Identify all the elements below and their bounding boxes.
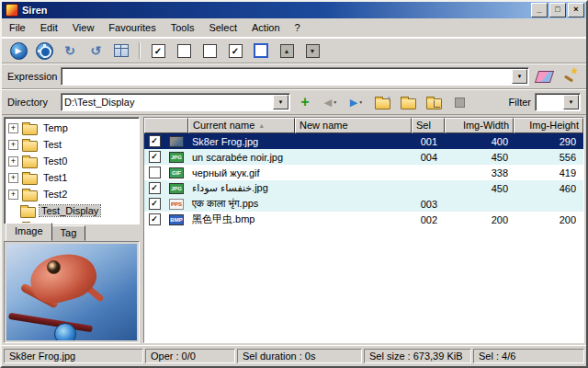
bmp-file-icon: BMP (169, 214, 184, 225)
menu-file[interactable]: File (2, 18, 33, 37)
expression-dropdown-button[interactable]: ▼ (512, 69, 527, 84)
check-selection-button[interactable]: ✓ (224, 40, 246, 62)
folder-up-icon: ↑ (375, 98, 390, 109)
status-sel-count: Sel : 4/6 (473, 349, 584, 363)
tree-item-label[interactable]: Test0 (41, 155, 69, 167)
tab-image[interactable]: Image (6, 223, 52, 241)
expand-icon[interactable]: + (8, 156, 18, 167)
tree-item-test2[interactable]: + Test2 (6, 186, 139, 202)
menu-view[interactable]: View (65, 18, 102, 37)
cell-img-width: 450 (445, 152, 514, 163)
check-all-button[interactable]: ✓ (147, 40, 169, 62)
list-body: ✓ Sk8er Frog.jpg 001 400 290 ✓ JPG un sc… (144, 133, 583, 342)
check-icon: ✓ (151, 137, 158, 145)
tree-item-label[interactable]: Test2 (41, 189, 69, 200)
tree-item-label[interactable]: Test (41, 139, 63, 150)
check-icon: ✓ (151, 215, 158, 224)
directory-dropdown-button[interactable]: ▼ (273, 95, 288, 109)
tab-tag[interactable]: Tag (51, 225, 86, 241)
jpg-file-icon: JPG (169, 183, 184, 194)
table-row[interactable]: GIF черный жук.gif 338 419 (144, 165, 583, 180)
menu-action[interactable]: Action (244, 18, 288, 37)
filter-input[interactable]: ▼ (535, 93, 581, 111)
title-bar[interactable]: Siren _ □ × (2, 2, 586, 18)
tree-item-label-selected[interactable]: Test_Display (40, 205, 100, 216)
row-checkbox[interactable]: ✓ (149, 135, 161, 147)
parent-folder-button[interactable]: ↑ (371, 91, 393, 113)
main-area: + Temp + Test + Test0 + Test1 (2, 115, 586, 345)
stop-button[interactable] (448, 91, 470, 113)
main-toolbar: ▶ ↻ ↺ ✓ ✓ ▲ ▼ (2, 38, 586, 63)
directory-value[interactable]: D:\Test_Display (62, 97, 272, 108)
tree-item-label[interactable]: Test1 (41, 172, 69, 183)
tree-item-label[interactable]: Temp (41, 122, 70, 133)
invert-check-button[interactable] (198, 40, 220, 62)
clear-expression-button[interactable] (533, 65, 555, 87)
close-button[interactable]: × (568, 3, 584, 17)
tree-item-test[interactable]: + Test (6, 136, 139, 153)
expand-icon[interactable]: + (8, 140, 18, 150)
app-icon (6, 4, 18, 17)
skateboard-wheel-shape (54, 323, 76, 340)
tree-item-test0[interactable]: + Test0 (6, 153, 139, 169)
row-checkbox[interactable]: ✓ (149, 213, 161, 225)
skateboard-shape (8, 313, 93, 332)
options-button[interactable] (33, 40, 55, 62)
back-button[interactable]: ◀▼ (320, 91, 342, 113)
view-layout-button[interactable] (110, 40, 132, 62)
undo-button[interactable]: ↺ (85, 40, 107, 62)
folder-icon (22, 141, 38, 152)
directory-input[interactable]: D:\Test_Display ▼ (61, 93, 290, 111)
row-checkbox[interactable] (149, 167, 161, 178)
menu-tools[interactable]: Tools (164, 18, 202, 37)
expand-icon[interactable]: + (8, 123, 18, 133)
plus-icon: + (300, 96, 309, 109)
row-checkbox[interactable]: ✓ (149, 151, 161, 163)
tree-item-test1[interactable]: + Test1 (6, 169, 139, 186)
header-blank[interactable] (144, 118, 188, 133)
cell-img-height: 460 (514, 183, 583, 194)
wizard-button[interactable]: * (559, 65, 581, 87)
row-checkbox[interactable]: ✓ (149, 182, 161, 194)
expression-input[interactable]: ▼ (61, 67, 529, 86)
cell-current-name: 黑色甲虫.bmp (188, 213, 295, 226)
menu-favourites[interactable]: Favourites (101, 18, 163, 37)
tree-item-test-display[interactable]: Test_Display (6, 202, 139, 219)
forward-button[interactable]: ▶▼ (345, 91, 368, 113)
menu-edit[interactable]: Edit (33, 18, 65, 37)
table-row[interactable]: ✓ Sk8er Frog.jpg 001 400 290 (144, 133, 583, 149)
cell-current-name: черный жук.gif (188, 167, 295, 178)
header-current-name[interactable]: Current name▲ (188, 118, 295, 133)
check-filter-button[interactable] (250, 40, 272, 62)
row-checkbox[interactable]: ✓ (149, 198, 161, 210)
check-icon: ✓ (151, 200, 158, 208)
uncheck-all-button[interactable] (173, 40, 195, 62)
folder-icon (22, 190, 38, 201)
move-bottom-button[interactable]: ▼ (301, 40, 323, 62)
stop-icon (455, 98, 465, 108)
check-icon: ✓ (151, 184, 158, 192)
maximize-button[interactable]: □ (549, 3, 566, 17)
run-rename-button[interactable]: ▶ (7, 40, 29, 62)
expand-icon[interactable]: + (8, 190, 18, 200)
menu-help[interactable]: ? (288, 18, 308, 37)
table-row[interactable]: ✓ JPG un scarabée noir.jpg 004 450 556 (144, 149, 583, 165)
header-img-width[interactable]: Img-Width (445, 118, 514, 133)
table-row[interactable]: ✓ BMP 黑色甲虫.bmp 002 200 200 (144, 212, 583, 227)
table-row[interactable]: ✓ JPG خنفساء سوداء.jpg 450 460 (144, 180, 583, 196)
folder-tree-button[interactable] (423, 91, 445, 113)
minimize-button[interactable]: _ (531, 3, 548, 17)
left-pane: + Temp + Test + Test0 + Test1 (2, 115, 140, 345)
browse-folder-button[interactable] (397, 91, 419, 113)
filter-dropdown-button[interactable]: ▼ (563, 95, 579, 109)
move-top-button[interactable]: ▲ (276, 40, 298, 62)
tree-item-temp[interactable]: + Temp (6, 120, 139, 136)
expand-icon[interactable]: + (8, 173, 18, 183)
table-row[interactable]: ✓ PPS एक काला भृंग.pps 003 (144, 196, 583, 212)
header-new-name[interactable]: New name (295, 118, 412, 133)
header-sel[interactable]: Sel (412, 118, 445, 133)
refresh-button[interactable]: ↻ (59, 40, 81, 62)
add-favourite-button[interactable]: + (294, 91, 316, 113)
header-img-height[interactable]: Img-Height (514, 118, 583, 133)
menu-select[interactable]: Select (201, 18, 244, 37)
